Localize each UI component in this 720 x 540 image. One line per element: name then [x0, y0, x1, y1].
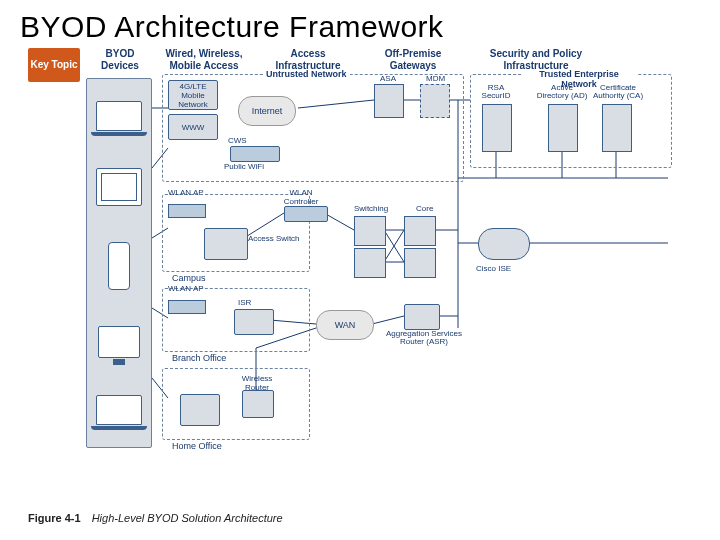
internet-cloud: Internet [238, 96, 296, 126]
wan-cloud: WAN [316, 310, 374, 340]
core1-icon [404, 216, 436, 246]
rsa-server-icon [482, 104, 512, 152]
access-switch-label: Access Switch [248, 234, 300, 243]
figure-text: High-Level BYOD Solution Architecture [92, 512, 283, 524]
asr-icon [404, 304, 440, 330]
ap1-icon [168, 204, 206, 218]
laptop2-icon [96, 395, 142, 425]
branch-label: Branch Office [169, 353, 229, 363]
campus-label: Campus [169, 273, 209, 283]
asr-label: Aggregation Services Router (ASR) [384, 330, 464, 347]
col-security: Security and Policy Infrastructure [476, 48, 596, 71]
wlc-icon [284, 206, 328, 222]
svg-line-17 [384, 230, 404, 262]
figure-number: Figure 4-1 [28, 512, 81, 524]
asa-icon [374, 84, 404, 118]
phone-icon [108, 242, 130, 290]
isr-label: ISR [238, 298, 251, 307]
col-devices: BYOD Devices [90, 48, 150, 71]
switch2-icon [354, 248, 386, 278]
ise-icon [478, 228, 530, 260]
rsa-label: RSA SecurID [476, 84, 516, 101]
col-infra: Access Infrastructure [268, 48, 348, 71]
col-access: Wired, Wireless, Mobile Access [162, 48, 246, 71]
ca-label: Certificate Authority (CA) [592, 84, 644, 101]
ad-label: Active Directory (AD) [536, 84, 588, 101]
wireless-router-icon [242, 390, 274, 418]
ap2-icon [168, 300, 206, 314]
slide-title: BYOD Architecture Framework [0, 0, 720, 48]
mdm-icon [420, 84, 450, 118]
access-switch-icon [204, 228, 248, 260]
cws-label: CWS [228, 136, 247, 145]
laptop-icon [96, 101, 142, 131]
public-wifi-label: Public WiFi [224, 162, 264, 171]
wlc-label: WLAN Controller [276, 188, 326, 206]
ca-server-icon [602, 104, 632, 152]
devices-column [86, 78, 152, 448]
mdm-label: MDM [426, 74, 445, 83]
svg-line-16 [384, 230, 404, 262]
ise-label: Cisco ISE [476, 264, 511, 273]
www-box: WWW [168, 114, 218, 140]
svg-line-13 [324, 213, 354, 230]
cws-box [230, 146, 280, 162]
byod-diagram: Key Topic BYOD Devices Wired, Wireless, … [28, 48, 692, 478]
home-label: Home Office [169, 441, 225, 451]
figure-caption: Figure 4-1 High-Level BYOD Solution Arch… [28, 512, 283, 524]
wlan-ap1-label: WLAN AP [168, 188, 204, 197]
desktop-icon [98, 326, 140, 358]
untrusted-label: Untrusted Network [263, 69, 350, 79]
asa-label: ASA [380, 74, 396, 83]
switching-label: Switching [354, 204, 388, 213]
core2-icon [404, 248, 436, 278]
key-topic-badge: Key Topic [28, 48, 80, 82]
core-label: Core [416, 204, 433, 213]
wlan-ap2-label: WLAN AP [168, 284, 204, 293]
ad-server-icon [548, 104, 578, 152]
home-pc-icon [180, 394, 220, 426]
lte-box: 4G/LTE Mobile Network [168, 80, 218, 110]
isr-icon [234, 309, 274, 335]
switch1-icon [354, 216, 386, 246]
tablet-icon [96, 168, 142, 206]
svg-line-22 [372, 316, 404, 324]
col-gateways: Off-Premise Gateways [376, 48, 450, 71]
